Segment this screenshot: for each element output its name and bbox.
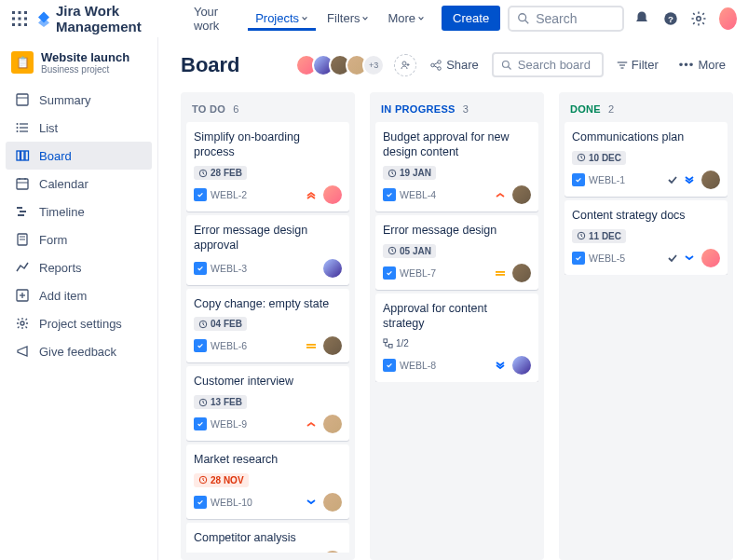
task-type-icon xyxy=(572,173,585,186)
card-title: Customer interview xyxy=(194,374,342,389)
column-count: 6 xyxy=(233,103,238,115)
assignee-avatar[interactable] xyxy=(323,493,342,512)
clock-icon xyxy=(577,153,586,162)
project-icon: 📋 xyxy=(11,51,34,74)
assignee-avatar[interactable] xyxy=(512,264,531,282)
sidebar-item-settings[interactable]: Project settings xyxy=(6,309,152,337)
clock-icon xyxy=(198,169,208,178)
date-badge: 04 FEB xyxy=(194,317,247,331)
column-header[interactable]: IN PROGRESS 3 xyxy=(375,100,538,122)
sidebar-item-timeline[interactable]: Timeline xyxy=(6,198,152,225)
card-title: Communications plan xyxy=(572,130,720,144)
svg-rect-1 xyxy=(19,11,21,14)
app-switcher-icon[interactable] xyxy=(11,10,28,27)
settings-icon[interactable] xyxy=(688,6,710,32)
svg-rect-0 xyxy=(12,11,15,14)
calendar-icon xyxy=(15,176,30,191)
sidebar-item-label: Reports xyxy=(39,261,82,275)
card[interactable]: Communications plan 10 DEC WEBL-1 xyxy=(564,122,728,197)
assignee-avatar[interactable] xyxy=(701,249,720,267)
svg-point-21 xyxy=(17,130,19,132)
column-progress: IN PROGRESS 3 Budget approval for new de… xyxy=(370,92,544,560)
svg-point-13 xyxy=(697,16,701,20)
card[interactable]: Customer interview 13 FEB WEBL-9 xyxy=(186,366,349,441)
subtask-icon xyxy=(383,338,393,348)
task-type-icon xyxy=(383,188,396,201)
sidebar-item-summary[interactable]: Summary xyxy=(6,86,152,114)
card[interactable]: Content strategy docs 11 DEC WEBL-5 xyxy=(564,200,728,275)
svg-rect-24 xyxy=(25,151,29,160)
column-todo: TO DO 6 Simplify on-boarding process 28 … xyxy=(181,92,355,560)
create-button[interactable]: Create xyxy=(442,6,500,31)
sidebar-item-form[interactable]: Form xyxy=(6,225,152,253)
user-avatar[interactable] xyxy=(719,7,737,30)
priority-lowest-icon xyxy=(494,359,507,372)
help-icon[interactable]: ? xyxy=(660,6,682,32)
assignee-avatar[interactable] xyxy=(323,336,342,355)
board-avatars[interactable]: +3 xyxy=(301,54,385,76)
card[interactable]: Simplify on-boarding process 28 FEB WEBL… xyxy=(186,122,349,212)
svg-rect-63 xyxy=(388,345,392,348)
column-done: DONE 2 Communications plan 10 DEC WEBL-1… xyxy=(559,92,733,560)
svg-rect-7 xyxy=(19,23,21,26)
nav-filters[interactable]: Filters xyxy=(320,6,376,31)
sidebar-item-list[interactable]: List xyxy=(6,114,152,142)
sidebar-item-feedback[interactable]: Give feedback xyxy=(6,337,152,365)
card[interactable]: Market research 28 NOV WEBL-10 xyxy=(186,444,349,519)
notifications-icon[interactable] xyxy=(632,6,653,32)
card[interactable]: Budget approval for new design content 1… xyxy=(375,122,538,212)
card-title: Simplify on-boarding process xyxy=(194,130,342,160)
svg-rect-61 xyxy=(496,274,505,276)
nav-more[interactable]: More xyxy=(380,6,432,31)
card[interactable]: Error message design approval WEBL-3 xyxy=(186,215,349,285)
task-type-icon xyxy=(572,252,585,265)
task-type-icon xyxy=(383,359,396,372)
card-key: WEBL-3 xyxy=(211,263,247,274)
card-key: WEBL-8 xyxy=(400,360,436,371)
sidebar-item-add[interactable]: Add item xyxy=(6,281,152,309)
assignee-avatar[interactable] xyxy=(701,171,720,189)
card[interactable]: Error message design 05 JAN WEBL-7 xyxy=(375,215,538,290)
nav-your-work[interactable]: Your work xyxy=(186,0,244,38)
svg-rect-14 xyxy=(17,94,28,105)
assignee-avatar[interactable] xyxy=(323,185,342,204)
column-title: TO DO xyxy=(192,103,225,115)
avatar-more[interactable]: +3 xyxy=(362,54,385,76)
nav-projects[interactable]: Projects xyxy=(248,6,316,31)
search-icon xyxy=(501,60,512,71)
assignee-avatar[interactable] xyxy=(323,259,342,278)
column-header[interactable]: DONE 2 xyxy=(564,100,728,122)
top-navigation: Jira Work Management Your work Projects … xyxy=(0,0,748,37)
sidebar-item-label: Calendar xyxy=(39,177,88,191)
card[interactable]: Copy change: empty state 04 FEB WEBL-6 xyxy=(186,289,349,363)
assignee-avatar[interactable] xyxy=(323,415,342,433)
assignee-avatar[interactable] xyxy=(323,551,342,553)
project-header[interactable]: 📋 Website launch Business project xyxy=(6,47,152,86)
priority-high-icon xyxy=(305,417,318,430)
share-button[interactable]: Share xyxy=(422,53,486,76)
column-header[interactable]: TO DO 6 xyxy=(186,100,349,122)
card[interactable]: Competitor analysis WEBL-11 xyxy=(186,523,349,553)
card-key: WEBL-6 xyxy=(211,340,247,351)
sidebar-item-board[interactable]: Board xyxy=(6,142,152,170)
card-key: WEBL-9 xyxy=(211,418,247,430)
search-icon xyxy=(517,12,530,25)
more-button[interactable]: ••• More xyxy=(672,53,733,76)
filter-button[interactable]: Filter xyxy=(609,53,666,76)
sidebar-item-reports[interactable]: Reports xyxy=(6,253,152,281)
sidebar-item-calendar[interactable]: Calendar xyxy=(6,170,152,198)
card-key: WEBL-7 xyxy=(400,267,436,279)
global-search-input[interactable]: Search xyxy=(508,6,624,32)
clock-icon xyxy=(198,475,208,485)
svg-rect-62 xyxy=(384,339,388,343)
assignee-avatar[interactable] xyxy=(512,185,531,204)
svg-text:?: ? xyxy=(668,13,673,23)
board-search-input[interactable]: Search board xyxy=(492,52,604,77)
svg-point-45 xyxy=(502,61,509,67)
card[interactable]: Approval for content strategy 1/2 WEBL-8 xyxy=(375,294,538,383)
assignee-avatar[interactable] xyxy=(512,356,531,375)
product-logo[interactable]: Jira Work Management xyxy=(35,3,175,34)
column-title: DONE xyxy=(570,103,601,115)
board-header: Board +3 Share Search board Filter xyxy=(181,52,733,77)
add-user-button[interactable] xyxy=(394,54,416,76)
